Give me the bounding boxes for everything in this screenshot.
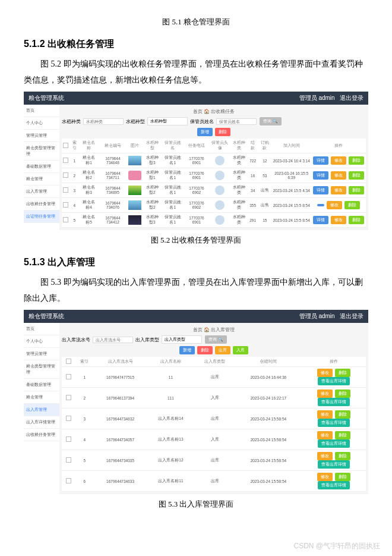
sidebar-item[interactable]: 粮仓管理 bbox=[24, 391, 59, 404]
delete-button[interactable]: 删除 bbox=[349, 171, 364, 180]
checkbox[interactable] bbox=[66, 374, 71, 379]
delete-button[interactable]: 删除 bbox=[197, 346, 213, 354]
sidebar-item[interactable]: 粮仓类型管理管理 bbox=[24, 360, 59, 379]
sidebar-item[interactable]: 首页 bbox=[24, 105, 59, 117]
avatar bbox=[215, 200, 225, 210]
cell-name: 出入库名称14 bbox=[147, 409, 195, 429]
breadcrumb-home[interactable]: 首页 bbox=[193, 109, 203, 114]
edit-button[interactable]: 修改 bbox=[317, 389, 333, 398]
checkbox-all[interactable] bbox=[66, 359, 71, 364]
detail-button[interactable] bbox=[317, 204, 324, 206]
cell-idx: 3 bbox=[75, 409, 94, 429]
delete-button[interactable]: 删除 bbox=[335, 369, 350, 377]
cell-idx: 4 bbox=[75, 429, 94, 450]
sidebar-item[interactable]: 出入库详情管理 bbox=[24, 416, 59, 429]
view-detail-button[interactable]: 查看出库详情 bbox=[318, 481, 350, 489]
sidebar-item[interactable]: 个人中心 bbox=[24, 335, 59, 348]
cell-name: 粮仓名称2 bbox=[80, 168, 99, 183]
cell-code: 1679647477515 bbox=[94, 367, 147, 388]
edit-button[interactable]: 修改 bbox=[317, 473, 333, 481]
delete-button[interactable]: 删除 bbox=[335, 473, 350, 481]
delete-button[interactable]: 删除 bbox=[344, 201, 360, 209]
in-button[interactable]: 入库 bbox=[233, 346, 248, 354]
sidebar-item-active[interactable]: 出入库管理 bbox=[24, 404, 59, 416]
detail-button[interactable]: 详情 bbox=[313, 216, 328, 224]
sidebar-item[interactable]: 基础数据管理 bbox=[24, 161, 59, 173]
breadcrumb-home[interactable]: 首页 bbox=[193, 327, 203, 332]
delete-button[interactable]: 删除 bbox=[335, 452, 350, 460]
checkbox[interactable] bbox=[66, 478, 71, 483]
sidebar-item[interactable]: 个人中心 bbox=[24, 117, 59, 130]
sidebar-item[interactable]: 管理员管理 bbox=[24, 348, 59, 360]
detail-button[interactable]: 详情 bbox=[313, 186, 328, 194]
checkbox[interactable] bbox=[66, 436, 71, 442]
view-detail-button[interactable]: 查看出库详情 bbox=[318, 439, 350, 448]
sidebar-item[interactable]: 粮仓类型管理管理 bbox=[24, 142, 59, 161]
breadcrumb: 首页 🏠 出收粮任务 bbox=[62, 107, 366, 117]
select-type[interactable]: 水稻种型 bbox=[147, 117, 188, 125]
checkbox[interactable] bbox=[66, 457, 71, 463]
search-input-1[interactable] bbox=[83, 118, 124, 125]
delete-button[interactable]: 删除 bbox=[349, 186, 364, 194]
view-detail-button[interactable]: 查看出库详情 bbox=[318, 460, 350, 469]
new-button[interactable]: 新增 bbox=[197, 128, 213, 136]
checkbox[interactable] bbox=[66, 395, 71, 400]
edit-button[interactable]: 修改 bbox=[331, 156, 346, 165]
edit-button[interactable]: 修改 bbox=[331, 216, 346, 224]
th: 保管员头像 bbox=[209, 139, 230, 153]
cell-time: 2023-03-24 15:58:54 bbox=[235, 409, 302, 429]
view-detail-button[interactable]: 查看出库详情 bbox=[318, 419, 350, 427]
sidebar-item-active[interactable]: 出证明任务管理 bbox=[24, 211, 59, 223]
search-input-2[interactable] bbox=[216, 118, 257, 125]
cell-keeper: 保管员姓名1 bbox=[162, 198, 184, 213]
delete-button[interactable]: 删除 bbox=[349, 156, 364, 165]
edit-button[interactable]: 修改 bbox=[331, 171, 346, 180]
sidebar-item[interactable]: 出入库管理 bbox=[24, 186, 59, 198]
checkbox[interactable] bbox=[66, 416, 71, 421]
new-button[interactable]: 新增 bbox=[179, 346, 195, 354]
cell-name: 出入库名称13 bbox=[147, 429, 195, 450]
delete-button[interactable]: 删除 bbox=[335, 410, 350, 419]
detail-button[interactable]: 详情 bbox=[313, 156, 328, 165]
edit-button[interactable]: 修改 bbox=[317, 410, 333, 419]
view-detail-button[interactable]: 查看出库详情 bbox=[318, 398, 350, 406]
delete-button[interactable]: 删除 bbox=[349, 216, 364, 224]
edit-button[interactable]: 修改 bbox=[331, 186, 346, 194]
delete-button[interactable]: 删除 bbox=[335, 431, 350, 439]
edit-button[interactable]: 修改 bbox=[317, 369, 333, 377]
search-input-code[interactable] bbox=[93, 337, 133, 343]
delete-button[interactable]: 删除 bbox=[215, 128, 230, 136]
out-button[interactable]: 出库 bbox=[215, 346, 230, 354]
delete-button[interactable]: 删除 bbox=[335, 389, 350, 398]
sidebar-item[interactable]: 出收粮任务管理 bbox=[24, 198, 59, 211]
select-type[interactable]: 出入库类型 bbox=[162, 335, 202, 344]
sidebar-item[interactable]: 出收粮任务管理 bbox=[24, 429, 59, 441]
sidebar-item[interactable]: 粮仓管理 bbox=[24, 173, 59, 186]
checkbox[interactable] bbox=[63, 187, 68, 193]
sidebar-item[interactable]: 首页 bbox=[24, 323, 59, 335]
th: 操作 bbox=[302, 357, 366, 367]
th: 出入库类型 bbox=[195, 357, 235, 367]
checkbox[interactable] bbox=[63, 217, 68, 222]
sidebar-item[interactable]: 管理员管理 bbox=[24, 130, 59, 142]
logout-link[interactable]: 退出登录 bbox=[340, 95, 363, 101]
checkbox[interactable] bbox=[63, 172, 68, 178]
checkbox[interactable] bbox=[63, 202, 68, 208]
detail-button[interactable]: 详情 bbox=[313, 171, 328, 180]
edit-button[interactable]: 修改 bbox=[317, 431, 333, 439]
checkbox[interactable] bbox=[63, 158, 68, 163]
cell-phone: 1770376 6901 bbox=[184, 213, 210, 228]
sidebar-item[interactable]: 基础数据管理 bbox=[24, 379, 59, 391]
search-button[interactable]: 查询 🔍 bbox=[205, 335, 227, 344]
edit-button[interactable]: 修改 bbox=[317, 452, 333, 460]
th: 操作 bbox=[311, 139, 366, 153]
th: 创建时间 bbox=[235, 357, 302, 367]
searchbar: 出入库流水号 出入库类型 出入库类型 查询 🔍 bbox=[62, 335, 366, 344]
checkbox-all[interactable] bbox=[63, 143, 68, 148]
logout-link[interactable]: 退出登录 bbox=[340, 313, 363, 319]
row-thumb bbox=[128, 186, 141, 195]
cell-code: 1679644734035 bbox=[94, 450, 147, 471]
edit-button[interactable]: 修改 bbox=[327, 201, 342, 209]
search-button[interactable]: 查询 🔍 bbox=[260, 117, 282, 125]
view-detail-button[interactable]: 查看出库详情 bbox=[318, 377, 350, 385]
